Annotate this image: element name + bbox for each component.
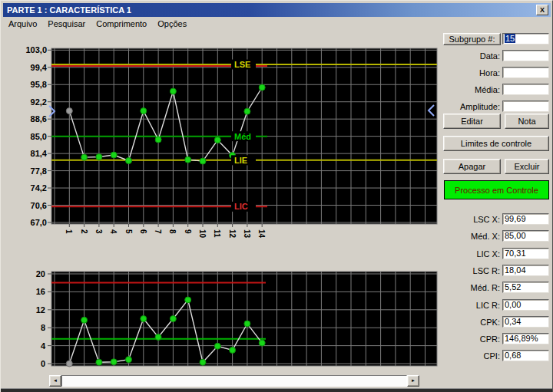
stat-value-med-x[interactable]: 85,00 [502, 230, 549, 242]
stat-label-lic-x: LIC X: [440, 248, 500, 260]
stat-label-lsc-x: LSC X: [440, 213, 500, 226]
stat-value-cpi[interactable]: 0,68 [502, 350, 549, 361]
stat-value-lsc-r[interactable]: 18,04 [502, 265, 549, 276]
delete-button[interactable]: Excluir [505, 159, 549, 174]
x-tick-label: 4 [109, 229, 118, 234]
stat-value-cpk[interactable]: 0,34 [502, 316, 549, 328]
y-tick-label: 99,4 [31, 63, 48, 72]
xbar-chart[interactable]: 103,099,495,892,288,685,081,477,874,270,… [1, 35, 440, 259]
data-point[interactable] [141, 108, 147, 114]
data-point[interactable] [96, 154, 102, 160]
x-tick-label: 11 [213, 229, 221, 238]
field-label-media: Média: [440, 84, 500, 96]
data-point[interactable] [66, 108, 72, 114]
y-tick-label: 88,6 [31, 114, 47, 124]
stat-value-lic-x[interactable]: 70,31 [502, 248, 549, 259]
data-point[interactable] [244, 321, 250, 327]
data-point[interactable] [170, 88, 176, 94]
horizontal-scrollbar[interactable]: ◄ ► [49, 375, 419, 387]
scroll-left-button[interactable]: ◄ [49, 375, 61, 387]
data-point[interactable] [126, 158, 132, 164]
menu-item-arquivo[interactable]: Arquivo [3, 18, 42, 28]
window-bottom-edge [1, 388, 553, 392]
field-label-amplitude: Amplitude: [440, 100, 500, 113]
data-point[interactable] [185, 156, 191, 163]
app-window: PARTE 1 : CARACTERÍSTICA 1 X ArquivoPesq… [0, 0, 553, 392]
data-point[interactable] [244, 108, 250, 114]
y-tick-label: 70,6 [31, 201, 47, 210]
data-point[interactable] [111, 152, 117, 158]
menu-item-pesquisar[interactable]: Pesquisar [42, 18, 91, 28]
menu-item-opcoes[interactable]: Opções [152, 18, 192, 28]
stat-value-lsc-x[interactable]: 99,69 [502, 213, 549, 225]
data-point[interactable] [126, 357, 132, 363]
y-tick-label: 74,2 [31, 183, 47, 193]
stat-label-cpr: CPR: [440, 333, 500, 345]
data-point[interactable] [214, 343, 220, 349]
data-point[interactable] [170, 316, 176, 322]
field-input-data[interactable] [502, 50, 549, 61]
y-tick-label: 85,0 [31, 132, 47, 141]
close-button[interactable]: X [536, 5, 548, 15]
x-tick-label: 14 [257, 229, 266, 239]
stat-label-lic-r: LIC R: [440, 299, 500, 311]
stat-label-cpk: CPK: [440, 316, 500, 328]
data-point[interactable] [200, 359, 206, 365]
x-tick-label: 12 [228, 229, 237, 239]
data-point[interactable] [141, 316, 147, 322]
x-tick-label: 7 [154, 229, 162, 234]
field-input-media[interactable] [502, 84, 549, 95]
field-input-hora[interactable] [502, 67, 549, 78]
subgroup-button[interactable]: Subgrupo #: [443, 33, 501, 45]
side-panel: Subgrupo #: 15 Data:Hora:Média:Amplitude… [440, 31, 552, 377]
data-point[interactable] [200, 158, 206, 164]
data-point[interactable] [66, 361, 72, 367]
stat-value-med-r[interactable]: 5,52 [502, 282, 549, 293]
edit-button[interactable]: Editar [443, 114, 501, 129]
stat-value-cpr[interactable]: 146,89% [502, 333, 549, 344]
ref-line-label-lic: LIC [234, 202, 248, 211]
y-tick-label: 16 [36, 287, 45, 296]
window-title: PARTE 1 : CARACTERÍSTICA 1 [7, 5, 131, 15]
scroll-right-button[interactable]: ► [407, 375, 419, 387]
title-bar[interactable]: PARTE 1 : CARACTERÍSTICA 1 X [3, 3, 551, 17]
menu-bar: ArquivoPesquisarComprimentoOpções [3, 18, 551, 31]
data-point[interactable] [259, 340, 265, 346]
x-tick-label: 3 [94, 229, 103, 234]
clear-button[interactable]: Apagar [443, 159, 501, 174]
ref-line-label-med: Méd [234, 132, 251, 141]
stat-value-lic-r[interactable]: 0,00 [502, 299, 549, 311]
range-chart-plot-area[interactable] [51, 272, 437, 366]
y-tick-label: 8 [41, 323, 45, 332]
y-tick-label: 12 [36, 305, 45, 315]
field-label-hora: Hora: [440, 67, 500, 79]
range-chart[interactable]: 201612840 [1, 262, 440, 373]
data-point[interactable] [111, 359, 117, 365]
data-point[interactable] [155, 334, 161, 341]
y-tick-label: 92,2 [31, 97, 47, 107]
stat-label-cpi: CPI: [440, 350, 500, 362]
data-point[interactable] [185, 297, 191, 303]
scrollbar-track[interactable] [61, 375, 407, 387]
subgroup-value: 15 [505, 34, 515, 43]
y-tick-label: 81,4 [31, 149, 48, 158]
note-button[interactable]: Nota [505, 114, 549, 129]
data-point[interactable] [81, 317, 88, 323]
stat-label-med-x: Méd. X: [440, 230, 500, 242]
menu-item-comprimento[interactable]: Comprimento [91, 18, 152, 28]
y-tick-label: 20 [36, 269, 45, 278]
data-point[interactable] [230, 347, 236, 353]
data-point[interactable] [81, 154, 88, 160]
field-input-amplitude[interactable] [502, 100, 549, 112]
y-tick-label: 95,8 [31, 80, 47, 89]
data-point[interactable] [259, 84, 265, 91]
control-limits-button[interactable]: Limites de controle [443, 136, 549, 151]
subgroup-input[interactable]: 15 [502, 33, 549, 44]
data-point[interactable] [155, 137, 161, 143]
ref-line-label-lse: LSE [234, 60, 250, 69]
x-tick-label: 8 [168, 229, 177, 234]
data-point[interactable] [214, 137, 220, 143]
data-point[interactable] [96, 359, 102, 365]
x-tick-label: 9 [184, 229, 192, 234]
y-tick-label: 4 [41, 341, 46, 351]
